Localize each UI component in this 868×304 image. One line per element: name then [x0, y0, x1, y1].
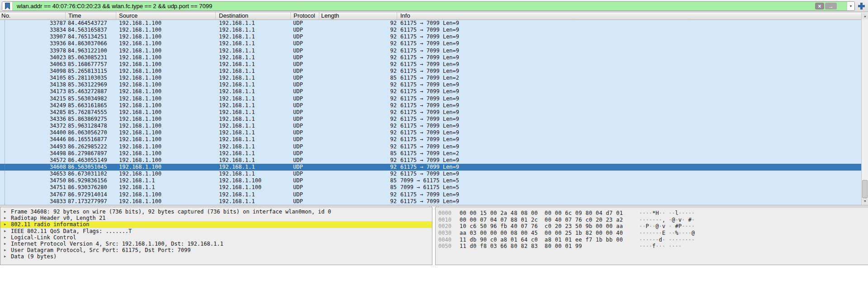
packet-row[interactable]: 3390784.765134251192.168.1.100192.168.1.… — [0, 33, 861, 40]
expander-icon[interactable]: ▶ — [4, 253, 6, 260]
hex-row[interactable]: 005011 d0 f8 03 66 80 82 83 80 00 01 99·… — [436, 243, 868, 250]
cell-info: 61175 → 7099 Len=9 — [400, 95, 459, 102]
expander-icon[interactable]: ▶ — [4, 221, 6, 228]
column-header-time[interactable]: Time — [66, 12, 116, 19]
detail-row[interactable]: ▶IEEE 802.11 QoS Data, Flags: .......T — [0, 228, 432, 234]
cell-source: 192.168.1.100 — [119, 20, 161, 27]
packet-list-scrollbar[interactable]: ▲ ▼ — [861, 13, 868, 205]
expander-icon[interactable]: ▶ — [4, 247, 6, 253]
detail-row[interactable]: ▶Logical-Link Control — [0, 234, 432, 241]
packet-row[interactable]: 3421585.563034982192.168.1.100192.168.1.… — [0, 95, 861, 102]
cell-no: 34498 — [0, 150, 66, 157]
cell-protocol: UDP — [293, 136, 303, 143]
cell-protocol: UDP — [293, 177, 303, 184]
expander-icon[interactable]: ▶ — [4, 209, 6, 215]
filter-apply-button[interactable]: → — [825, 3, 837, 10]
expander-icon[interactable]: ▶ — [4, 215, 6, 221]
packet-row[interactable]: 3440086.063056270192.168.1.100192.168.1.… — [0, 129, 861, 136]
packet-row[interactable]: 3402385.063085231192.168.1.100192.168.1.… — [0, 54, 861, 61]
scrollbar-thumb[interactable] — [862, 180, 868, 198]
cell-no: 34249 — [0, 102, 66, 109]
cell-destination: 192.168.1.1 — [219, 95, 255, 102]
packet-row[interactable]: 3406385.168677757192.168.1.100192.168.1.… — [0, 61, 861, 68]
hex-row[interactable]: 0030aa 03 00 00 00 08 00 45 00 00 25 1b … — [436, 230, 868, 237]
cell-source: 192.168.1.100 — [119, 88, 161, 95]
cell-protocol: UDP — [293, 157, 303, 164]
hex-offset: 0020 — [438, 223, 451, 230]
cell-no: 33834 — [0, 27, 66, 33]
cell-length: 92 — [320, 157, 397, 164]
cell-no: 34750 — [0, 177, 66, 184]
cell-info: 61175 → 7099 Len=9 — [400, 129, 459, 136]
cell-destination: 192.168.1.1 — [219, 150, 255, 157]
cell-source: 192.168.1.100 — [119, 129, 161, 136]
detail-row[interactable]: ▶Internet Protocol Version 4, Src: 192.1… — [0, 241, 432, 247]
packet-row[interactable]: 3476786.972914014192.168.1.100192.168.1.… — [0, 191, 861, 198]
packet-row[interactable]: 3465386.673031102192.168.1.100192.168.1.… — [0, 171, 861, 177]
add-filter-button plus-icon[interactable] — [858, 3, 865, 10]
cell-no: 34098 — [0, 68, 66, 75]
packet-row[interactable]: 3437285.963128478192.168.1.100192.168.1.… — [0, 123, 861, 129]
column-header-no[interactable]: No. — [0, 12, 66, 19]
cell-length: 92 — [320, 54, 397, 61]
expander-icon[interactable]: ▶ — [4, 234, 6, 241]
packet-list[interactable]: 3378784.464543727192.168.1.100192.168.1.… — [0, 20, 861, 205]
packet-row[interactable]: 3424985.663161865192.168.1.100192.168.1.… — [0, 102, 861, 109]
cell-time: 86.929836156 — [68, 177, 107, 184]
hex-row[interactable]: 002010 c6 50 96 fb 40 07 76 c0 20 23 50 … — [436, 223, 868, 230]
cell-no: 33978 — [0, 48, 66, 54]
packet-row[interactable]: 3378784.464543727192.168.1.100192.168.1.… — [0, 20, 861, 27]
cell-info: 61175 → 7099 Len=9 — [400, 54, 459, 61]
packet-row[interactable]: 3475186.930376280192.168.1.1192.168.1.10… — [0, 184, 861, 191]
hex-row[interactable]: 004011 db 90 c0 a8 01 64 c0 a8 01 01 ee … — [436, 237, 868, 243]
column-header-source[interactable]: Source — [116, 12, 216, 19]
cell-info: 61175 → 7099 Len=9 — [400, 157, 459, 164]
display-filter-input[interactable]: wlan.addr == 40:07:76:C0:20:23 && wlan.f… — [2, 1, 855, 11]
detail-row[interactable]: ▶Data (9 bytes) — [0, 253, 432, 260]
packet-details-pane[interactable]: ▶Frame 34608: 92 bytes on wire (736 bits… — [0, 207, 432, 265]
detail-row[interactable]: ▶Radiotap Header v0, Length 21 — [0, 215, 432, 221]
packet-row[interactable]: 3433685.863869275192.168.1.100192.168.1.… — [0, 116, 861, 123]
detail-row-highlighted[interactable]: ▶802.11 radio information — [0, 221, 432, 228]
packet-row[interactable]: 3475086.929836156192.168.1.1192.168.1.10… — [0, 177, 861, 184]
packet-row[interactable]: 3417385.463272887192.168.1.100192.168.1.… — [0, 88, 861, 95]
packet-row[interactable]: 3449386.262985222192.168.1.100192.168.1.… — [0, 143, 861, 150]
packet-row-selected[interactable]: 3460886.563051045192.168.1.100192.168.1.… — [0, 164, 861, 171]
expander-icon[interactable]: ▶ — [4, 241, 6, 247]
scroll-down-icon[interactable]: ▼ — [862, 198, 868, 204]
packet-row[interactable]: 3444686.165516877192.168.1.100192.168.1.… — [0, 136, 861, 143]
packet-row[interactable]: 3393684.863037066192.168.1.100192.168.1.… — [0, 40, 861, 47]
cell-info: 61175 → 7099 Len=9 — [400, 33, 459, 40]
cell-source: 192.168.1.100 — [119, 123, 161, 129]
hex-row[interactable]: 001000 00 07 04 07 88 01 2c 00 40 07 76 … — [436, 217, 868, 223]
filter-text[interactable]: wlan.addr == 40:07:76:C0:20:23 && wlan.f… — [13, 2, 847, 10]
related-packets-gutter — [5, 20, 5, 205]
packet-row[interactable]: 3413885.363122969192.168.1.100192.168.1.… — [0, 81, 861, 88]
expander-icon[interactable]: ▶ — [4, 228, 6, 234]
filter-clear-button[interactable]: × — [815, 3, 824, 10]
detail-row[interactable]: ▶Frame 34608: 92 bytes on wire (736 bits… — [0, 209, 432, 215]
packet-row[interactable]: 3449886.279867897192.168.1.100192.168.1.… — [0, 150, 861, 157]
packet-row[interactable]: 3383484.563165837192.168.1.100192.168.1.… — [0, 27, 861, 33]
detail-row[interactable]: ▶User Datagram Protocol, Src Port: 61175… — [0, 247, 432, 253]
cell-time: 85.863869275 — [68, 116, 107, 123]
cell-destination: 192.168.1.100 — [219, 177, 261, 184]
column-header-protocol[interactable]: Protocol — [291, 12, 319, 19]
filter-history-dropdown[interactable]: ▼ — [847, 2, 854, 10]
cell-length: 92 — [320, 191, 397, 198]
packet-row[interactable]: 3397884.963122100192.168.1.100192.168.1.… — [0, 48, 861, 54]
packet-row[interactable]: 3409885.265813115192.168.1.100192.168.1.… — [0, 68, 861, 75]
cell-destination: 192.168.1.1 — [219, 81, 255, 88]
scroll-up-icon[interactable]: ▲ — [862, 13, 868, 19]
column-header-length[interactable]: Length — [319, 12, 397, 19]
column-header-destination[interactable]: Destination — [216, 12, 291, 19]
cell-destination: 192.168.1.1 — [219, 123, 255, 129]
packet-bytes-pane[interactable]: 000000 00 15 00 2a 48 08 00 00 00 6c 09 … — [435, 207, 868, 265]
packet-row[interactable]: 3410585.281103035192.168.1.100192.168.1.… — [0, 75, 861, 81]
filter-bookmark-button[interactable] — [2, 2, 13, 10]
cell-length: 92 — [320, 48, 397, 54]
packet-row[interactable]: 3457286.463055149192.168.1.100192.168.1.… — [0, 157, 861, 164]
packet-row[interactable]: 3428585.762874555192.168.1.100192.168.1.… — [0, 109, 861, 116]
column-header-info[interactable]: Info — [397, 12, 861, 19]
hex-row[interactable]: 000000 00 15 00 2a 48 08 00 00 00 6c 09 … — [436, 210, 868, 217]
